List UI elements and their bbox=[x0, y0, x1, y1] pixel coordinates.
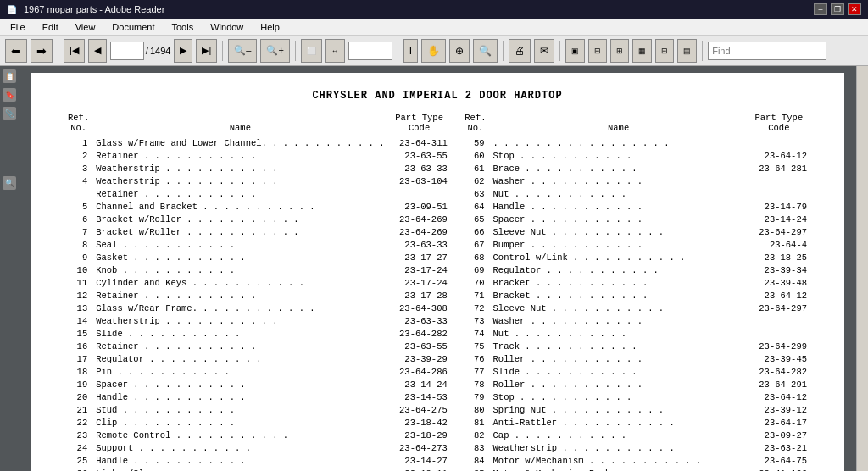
zoom-out-button[interactable]: 🔍– bbox=[228, 39, 257, 63]
right-ref: 76 bbox=[461, 352, 489, 365]
menu-help[interactable]: Help bbox=[257, 20, 283, 34]
right-name: Motor w/Mechanism . . . . . . . . . . . bbox=[490, 454, 748, 467]
table-row: 2Retainer . . . . . . . . . . .23-63-556… bbox=[64, 149, 810, 162]
left-code: 23-17-24 bbox=[387, 276, 450, 289]
header-ref-right: Ref.No. bbox=[461, 112, 489, 136]
left-ref: 13 bbox=[64, 302, 92, 314]
menu-document[interactable]: Document bbox=[108, 20, 158, 34]
view5-button[interactable]: ⊟ bbox=[655, 39, 674, 63]
restore-button[interactable]: ❐ bbox=[831, 3, 844, 15]
menu-window[interactable]: Window bbox=[207, 20, 247, 34]
menu-edit[interactable]: Edit bbox=[39, 20, 62, 34]
left-code: 23-63-33 bbox=[387, 238, 450, 251]
zoom-in-button[interactable]: 🔍+ bbox=[260, 39, 289, 63]
forward-button[interactable]: ➡ bbox=[31, 39, 53, 63]
menu-tools[interactable]: Tools bbox=[169, 20, 198, 34]
left-code: 23-64-275 bbox=[387, 403, 450, 416]
left-code: 23-18-11 bbox=[387, 467, 450, 471]
left-ref: 3 bbox=[64, 162, 92, 175]
col-spacer bbox=[451, 112, 462, 136]
back-button[interactable]: ⬅ bbox=[5, 39, 27, 63]
left-ref: 7 bbox=[64, 225, 92, 238]
right-code bbox=[748, 327, 810, 340]
toolbar: ⬅ ➡ |◀ ◀ 597 / 1494 ▶ ▶| 🔍– 🔍+ ⬜ ↔ 138% … bbox=[0, 36, 868, 66]
view4-button[interactable]: ▦ bbox=[632, 39, 652, 63]
toolbar-sep-7 bbox=[702, 41, 703, 61]
next-page-button[interactable]: ▶ bbox=[174, 39, 192, 63]
left-ref: 24 bbox=[64, 441, 92, 454]
view1-button[interactable]: ▣ bbox=[565, 39, 585, 63]
header-code-left: Part TypeCode bbox=[387, 112, 450, 136]
marquee-tool-button[interactable]: ⊕ bbox=[449, 39, 470, 63]
table-row: 24Support . . . . . . . . . . .23-64-273… bbox=[64, 441, 810, 454]
right-code: 23-64-12 bbox=[748, 149, 810, 162]
view3-button[interactable]: ⊞ bbox=[610, 39, 629, 63]
zoom-input[interactable]: 138% bbox=[348, 42, 392, 60]
table-row: 9Gasket . . . . . . . . . . .23-17-2768C… bbox=[64, 251, 810, 263]
left-code: 23-17-27 bbox=[387, 251, 450, 263]
left-ref: 1 bbox=[64, 136, 92, 149]
right-code: 23-39-34 bbox=[748, 263, 810, 276]
prev-page-button[interactable]: ◀ bbox=[88, 39, 107, 63]
right-ref: 79 bbox=[461, 391, 489, 403]
left-code: 23-63-33 bbox=[387, 162, 450, 175]
hand-tool-button[interactable]: ✋ bbox=[421, 39, 446, 63]
doc-area[interactable]: CHRYSLER AND IMPERIAL 2 DOOR HARDTOP Ref… bbox=[19, 66, 856, 471]
col-spacer bbox=[451, 162, 462, 175]
zoom-tool-button[interactable]: 🔍 bbox=[473, 39, 498, 63]
select-tool-button[interactable]: I bbox=[403, 39, 418, 63]
right-name: Spring Nut . . . . . . . . . . . bbox=[490, 403, 748, 416]
left-name: Retainer . . . . . . . . . . . bbox=[92, 340, 387, 352]
table-row: 1Glass w/Frame and Lower Channel. . . . … bbox=[64, 136, 810, 149]
page-nav: 597 / 1494 bbox=[110, 42, 171, 60]
left-name: Seal . . . . . . . . . . . bbox=[92, 238, 387, 251]
minimize-button[interactable]: – bbox=[814, 3, 827, 15]
right-code: 23-63-21 bbox=[748, 441, 810, 454]
view6-button[interactable]: ▤ bbox=[677, 39, 697, 63]
left-code: 23-14-27 bbox=[387, 454, 450, 467]
right-name: Regulator . . . . . . . . . . . bbox=[490, 263, 748, 276]
right-name: Nut . . . . . . . . . . . bbox=[490, 187, 748, 200]
fit-width-button[interactable]: ↔ bbox=[326, 39, 345, 63]
menu-view[interactable]: View bbox=[72, 20, 99, 34]
window-title: 1967 mopar parts - Adobe Reader bbox=[24, 4, 164, 14]
left-ref: 5 bbox=[64, 200, 92, 213]
print-button[interactable]: 🖨 bbox=[509, 39, 531, 63]
table-row: 6Bracket w/Roller . . . . . . . . . . .2… bbox=[64, 213, 810, 225]
page-input[interactable]: 597 bbox=[110, 42, 144, 60]
right-code: 23-64-299 bbox=[748, 340, 810, 352]
left-ref: 22 bbox=[64, 416, 92, 429]
col-spacer bbox=[451, 391, 462, 403]
search-input[interactable] bbox=[708, 42, 826, 60]
right-code: 23-64-17 bbox=[748, 416, 810, 429]
left-name: Remote Control . . . . . . . . . . . bbox=[92, 429, 387, 441]
sidebar-icon-4[interactable]: 🔍 bbox=[3, 176, 16, 190]
page-sep: / bbox=[146, 46, 148, 56]
right-code bbox=[748, 187, 810, 200]
scrollbar-right[interactable] bbox=[856, 66, 868, 471]
left-name: Weatherstrip . . . . . . . . . . . bbox=[92, 175, 387, 187]
window-controls[interactable]: – ❐ ✕ bbox=[814, 3, 861, 15]
fit-page-button[interactable]: ⬜ bbox=[301, 39, 322, 63]
sidebar-icon-2[interactable]: 🔖 bbox=[3, 88, 16, 102]
col-spacer bbox=[451, 467, 462, 471]
first-page-button[interactable]: |◀ bbox=[64, 39, 85, 63]
close-button[interactable]: ✕ bbox=[848, 3, 861, 15]
left-name: Gasket . . . . . . . . . . . bbox=[92, 251, 387, 263]
left-name: Spacer . . . . . . . . . . . bbox=[92, 378, 387, 391]
sidebar-icon-3[interactable]: 📎 bbox=[3, 107, 16, 120]
left-code bbox=[387, 187, 450, 200]
sidebar-icon-1[interactable]: 📋 bbox=[3, 69, 16, 83]
right-ref: 72 bbox=[461, 302, 489, 314]
parts-table: Ref.No. Name Part TypeCode Ref.No. Name … bbox=[64, 112, 810, 471]
right-code: 23-18-25 bbox=[748, 251, 810, 263]
view2-button[interactable]: ⊟ bbox=[588, 39, 607, 63]
left-code: 23-17-24 bbox=[387, 263, 450, 276]
menu-file[interactable]: File bbox=[7, 20, 29, 34]
email-button[interactable]: ✉ bbox=[534, 39, 554, 63]
right-ref: 78 bbox=[461, 378, 489, 391]
table-row: 8Seal . . . . . . . . . . .23-63-3367Bum… bbox=[64, 238, 810, 251]
right-ref: 67 bbox=[461, 238, 489, 251]
right-code: 23-64-75 bbox=[748, 454, 810, 467]
last-page-button[interactable]: ▶| bbox=[196, 39, 217, 63]
